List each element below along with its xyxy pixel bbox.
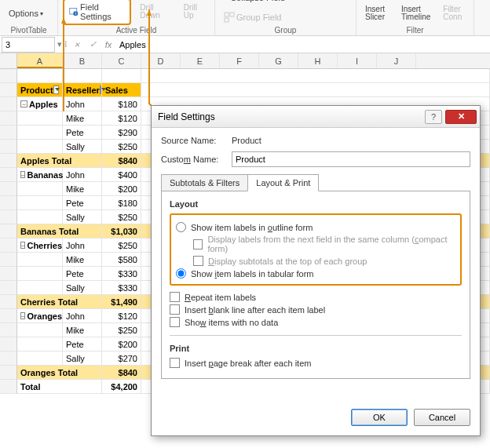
cell[interactable]: Sally xyxy=(63,351,102,366)
cell[interactable]: Sally xyxy=(63,210,102,224)
cell[interactable]: $250 xyxy=(102,239,141,253)
insert-slicer-button[interactable]: Insert Slicer xyxy=(361,3,393,24)
filter-icon[interactable] xyxy=(100,86,101,94)
cell[interactable]: $180 xyxy=(102,97,141,111)
field-settings-button[interactable]: i Field Settings xyxy=(63,0,131,25)
cell[interactable]: Pete xyxy=(63,126,102,140)
cell[interactable]: $270 xyxy=(102,351,141,366)
pivot-header-reseller[interactable]: Reseller xyxy=(63,83,102,97)
cell[interactable]: –Apples xyxy=(17,97,63,111)
cell[interactable]: $120 xyxy=(102,111,141,126)
radio-tabular-form[interactable]: Show item labels in tabular form xyxy=(176,268,455,279)
filter-icon[interactable] xyxy=(53,86,59,94)
cell[interactable] xyxy=(17,337,63,351)
cell[interactable]: $250 xyxy=(102,140,141,154)
ok-button[interactable]: OK xyxy=(351,409,408,426)
grand-total-label[interactable]: Total xyxy=(17,380,102,394)
cell[interactable]: John xyxy=(63,97,102,111)
cell[interactable]: $330 xyxy=(102,267,141,281)
col-header[interactable]: J xyxy=(377,53,416,68)
cell[interactable]: Mike xyxy=(63,182,102,196)
collapse-icon[interactable]: – xyxy=(20,242,25,249)
checkbox-blank-line[interactable]: Insert blank line after each item label xyxy=(170,304,462,315)
cell[interactable]: Pete xyxy=(63,267,102,281)
cancel-formula-icon[interactable]: ✕ xyxy=(69,39,85,49)
cell[interactable]: Mike xyxy=(63,323,102,337)
cell[interactable]: –Oranges xyxy=(17,309,63,323)
tab-subtotals-filters[interactable]: Subtotals & Filters xyxy=(161,174,248,191)
col-header[interactable]: I xyxy=(338,53,377,68)
cell[interactable]: Sally xyxy=(63,281,102,295)
cell[interactable]: John xyxy=(63,309,102,323)
cell[interactable]: $330 xyxy=(102,281,141,295)
formula-input[interactable] xyxy=(116,38,490,51)
cell[interactable] xyxy=(17,140,63,154)
cell[interactable]: $290 xyxy=(102,126,141,140)
collapse-field-button[interactable]: – Collapse Field xyxy=(220,0,289,5)
cell[interactable]: Mike xyxy=(63,111,102,126)
checkbox-no-data[interactable]: Show items with no data xyxy=(170,317,462,327)
name-box[interactable] xyxy=(2,37,55,53)
insert-timeline-button[interactable]: Insert Timeline xyxy=(397,3,434,24)
cell[interactable]: $250 xyxy=(102,323,141,337)
col-header[interactable]: B xyxy=(63,53,102,68)
cell[interactable]: $400 xyxy=(102,168,141,182)
enter-formula-icon[interactable]: ✓ xyxy=(85,39,101,49)
cell[interactable] xyxy=(17,182,63,196)
cell[interactable]: Mike xyxy=(63,253,102,267)
fx-icon[interactable]: fx xyxy=(101,40,116,49)
cell[interactable] xyxy=(17,281,63,295)
cancel-button[interactable]: Cancel xyxy=(414,409,470,426)
cell[interactable] xyxy=(17,253,63,267)
cell[interactable] xyxy=(17,126,63,140)
subtotal-label[interactable]: Apples Total xyxy=(17,154,102,168)
tab-layout-print[interactable]: Layout & Print xyxy=(247,174,319,191)
subtotal-value[interactable]: $1,490 xyxy=(102,295,141,309)
cell[interactable] xyxy=(17,210,63,224)
collapse-icon[interactable]: – xyxy=(20,171,25,178)
collapse-icon[interactable]: – xyxy=(20,312,25,319)
col-header[interactable]: C xyxy=(102,53,141,68)
cell[interactable] xyxy=(17,323,63,337)
cell[interactable] xyxy=(17,196,63,210)
col-header[interactable]: A xyxy=(17,53,63,68)
subtotal-value[interactable]: $840 xyxy=(102,366,141,380)
cell[interactable]: $200 xyxy=(102,182,141,196)
cell[interactable] xyxy=(17,351,63,366)
dialog-titlebar[interactable]: Field Settings ? ✕ xyxy=(152,106,480,128)
subtotal-label[interactable]: Cherries Total xyxy=(17,295,102,309)
cell[interactable]: $580 xyxy=(102,253,141,267)
checkbox-page-break[interactable]: Insert page break after each item xyxy=(170,358,462,368)
close-button[interactable]: ✕ xyxy=(445,110,477,124)
cell[interactable]: Pete xyxy=(63,337,102,351)
help-button[interactable]: ? xyxy=(425,110,442,124)
cell[interactable]: –Cherries xyxy=(17,239,63,253)
cell[interactable]: John xyxy=(63,239,102,253)
subtotal-label[interactable]: Bananas Total xyxy=(17,224,102,239)
cell[interactable]: Sally xyxy=(63,140,102,154)
cell[interactable] xyxy=(17,111,63,126)
col-header[interactable]: G xyxy=(259,53,298,68)
cell[interactable]: John xyxy=(63,168,102,182)
pivot-header-product[interactable]: Product xyxy=(17,83,63,97)
checkbox-repeat-labels[interactable]: Repeat item labels xyxy=(170,292,462,302)
cell[interactable] xyxy=(17,267,63,281)
cell[interactable]: $250 xyxy=(102,210,141,224)
select-all-corner[interactable] xyxy=(0,53,17,68)
options-button[interactable]: Options ▾ xyxy=(5,6,47,20)
radio-outline-form[interactable]: Show item labels in outline form xyxy=(176,222,455,232)
col-header[interactable]: E xyxy=(181,53,220,68)
cell[interactable]: –Bananas xyxy=(17,168,63,182)
subtotal-label[interactable]: Oranges Total xyxy=(17,366,102,380)
collapse-icon[interactable]: – xyxy=(20,100,27,107)
cell[interactable]: $120 xyxy=(102,309,141,323)
subtotal-value[interactable]: $840 xyxy=(102,154,141,168)
subtotal-value[interactable]: $1,030 xyxy=(102,224,141,239)
col-header[interactable]: H xyxy=(298,53,338,68)
cell[interactable]: $200 xyxy=(102,337,141,351)
custom-name-input[interactable] xyxy=(232,151,470,167)
grand-total-value[interactable]: $4,200 xyxy=(102,380,141,394)
col-header[interactable]: F xyxy=(220,53,259,68)
cell[interactable]: Pete xyxy=(63,196,102,210)
cell[interactable]: $180 xyxy=(102,196,141,210)
